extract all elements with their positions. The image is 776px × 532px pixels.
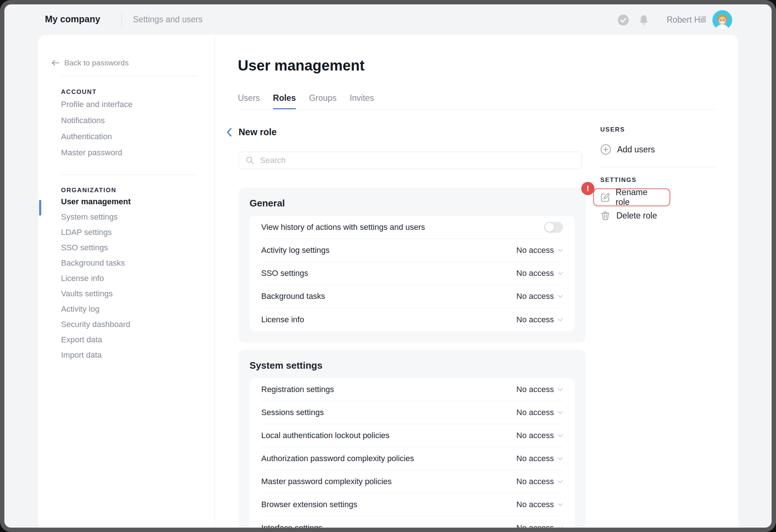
access-value: No access [516, 454, 554, 463]
chevron-left-icon[interactable] [226, 128, 232, 137]
rename-role-button[interactable]: ! Rename role [593, 188, 670, 206]
permission-label: Browser extension settings [261, 500, 357, 509]
sidebar-divider [61, 76, 196, 76]
access-value: No access [516, 477, 554, 486]
permission-label: View history of actions with settings an… [261, 223, 425, 232]
sidebar-item-authentication[interactable]: Authentication [61, 129, 207, 145]
topbar-section-title: Settings and users [133, 15, 203, 24]
delete-role-button[interactable]: Delete role [600, 209, 657, 222]
plus-circle-icon [600, 144, 611, 155]
table-row: SSO settings No access [261, 262, 563, 285]
sidebar-divider [61, 175, 196, 175]
sidebar-item-notifications[interactable]: Notifications [61, 113, 207, 129]
system-permissions-card: Registration settings No access Sessions… [250, 378, 575, 532]
sidebar-item-vaults-settings[interactable]: Vaults settings [61, 286, 207, 301]
tab-groups[interactable]: Groups [309, 93, 336, 110]
settings-panel-title: SETTINGS [600, 175, 636, 185]
add-users-button[interactable]: Add users [600, 143, 655, 156]
chevron-down-icon [558, 318, 563, 322]
add-users-label: Add users [617, 145, 655, 155]
window-frame: My company Settings and users Robert Hil… [0, 0, 776, 532]
active-item-indicator [39, 200, 41, 216]
role-header: New role [226, 127, 277, 137]
permission-label: Sessions settings [261, 408, 324, 417]
back-arrow-icon [51, 60, 60, 66]
role-name: New role [239, 127, 277, 137]
tab-users[interactable]: Users [238, 93, 260, 110]
permission-label: Activity log settings [261, 246, 330, 255]
access-dropdown[interactable]: No access [516, 385, 563, 394]
table-row: Interface settings No access [261, 516, 563, 532]
account-list: Profile and interface Notifications Auth… [61, 96, 207, 161]
topbar: My company Settings and users Robert Hil… [4, 4, 772, 35]
access-dropdown[interactable]: No access [516, 523, 563, 532]
access-value: No access [516, 269, 554, 278]
access-value: No access [516, 500, 554, 509]
general-section-title: General [250, 197, 575, 209]
access-value: No access [516, 523, 554, 532]
status-check-icon[interactable] [617, 14, 629, 26]
general-permissions-card: View history of actions with settings an… [250, 216, 575, 331]
user-name: Robert Hill [658, 15, 706, 25]
settings-sidebar: Back to passwords ACCOUNT Profile and in… [38, 35, 215, 532]
table-row: Local authentication lockout policies No… [261, 424, 563, 447]
access-value: No access [516, 292, 554, 301]
access-dropdown[interactable]: No access [516, 315, 563, 324]
permission-label: Registration settings [261, 385, 334, 394]
access-dropdown[interactable]: No access [516, 246, 563, 255]
table-row: Registration settings No access [261, 378, 563, 401]
permission-label: Master password complexity policies [261, 477, 392, 486]
avatar[interactable] [712, 10, 732, 30]
chevron-down-icon [558, 526, 563, 530]
permission-label: Authorization password complexity polici… [261, 454, 414, 463]
access-dropdown[interactable]: No access [516, 454, 563, 463]
table-row: View history of actions with settings an… [261, 216, 563, 239]
general-section: General View history of actions with set… [239, 187, 586, 342]
sidebar-item-import-data[interactable]: Import data [61, 347, 207, 363]
access-dropdown[interactable]: No access [516, 500, 563, 509]
trash-icon [600, 210, 610, 221]
tab-roles[interactable]: Roles [273, 93, 296, 110]
table-row: Master password complexity policies No a… [261, 470, 563, 493]
sidebar-item-master-password[interactable]: Master password [61, 145, 207, 161]
table-row: Authorization password complexity polici… [261, 447, 563, 470]
sidebar-item-background-tasks[interactable]: Background tasks [61, 255, 207, 271]
toggle-knob [545, 223, 554, 232]
sidebar-item-system-settings[interactable]: System settings [61, 209, 207, 225]
access-value: No access [516, 408, 554, 417]
back-to-passwords-link[interactable]: Back to passwords [51, 57, 129, 69]
delete-role-label: Delete role [616, 211, 657, 221]
chevron-down-icon [558, 294, 563, 298]
sidebar-item-ldap-settings[interactable]: LDAP settings [61, 225, 207, 240]
alert-badge: ! [581, 182, 594, 195]
search-box [239, 152, 582, 169]
sidebar-item-license-info[interactable]: License info [61, 271, 207, 286]
table-row: Activity log settings No access [261, 239, 563, 262]
notifications-bell-icon[interactable] [638, 14, 650, 26]
history-toggle[interactable] [544, 222, 563, 233]
access-dropdown[interactable]: No access [516, 269, 563, 278]
access-dropdown[interactable]: No access [516, 431, 563, 440]
tab-bar: Users Roles Groups Invites [238, 93, 374, 110]
back-label: Back to passwords [64, 58, 129, 67]
sidebar-item-security-dashboard[interactable]: Security dashboard [61, 317, 207, 332]
tabs-bottom-border [238, 109, 716, 110]
sidebar-item-activity-log[interactable]: Activity log [61, 301, 207, 317]
panel-divider [599, 167, 715, 167]
sidebar-item-user-management[interactable]: User management [61, 194, 207, 209]
table-row: Background tasks No access [261, 285, 563, 308]
account-section-title: ACCOUNT [61, 87, 97, 97]
search-input[interactable] [259, 155, 575, 166]
permission-label: Background tasks [261, 292, 325, 301]
sidebar-item-sso-settings[interactable]: SSO settings [61, 240, 207, 255]
organization-list: User management System settings LDAP set… [61, 194, 207, 363]
sidebar-item-profile-and-interface[interactable]: Profile and interface [61, 96, 207, 113]
access-dropdown[interactable]: No access [516, 408, 563, 417]
sidebar-item-export-data[interactable]: Export data [61, 332, 207, 347]
access-dropdown[interactable]: No access [516, 292, 563, 301]
tab-invites[interactable]: Invites [350, 93, 374, 110]
permission-label: License info [261, 315, 304, 324]
permission-label: SSO settings [261, 269, 308, 278]
access-dropdown[interactable]: No access [516, 477, 563, 486]
page-title: User management [238, 57, 365, 74]
